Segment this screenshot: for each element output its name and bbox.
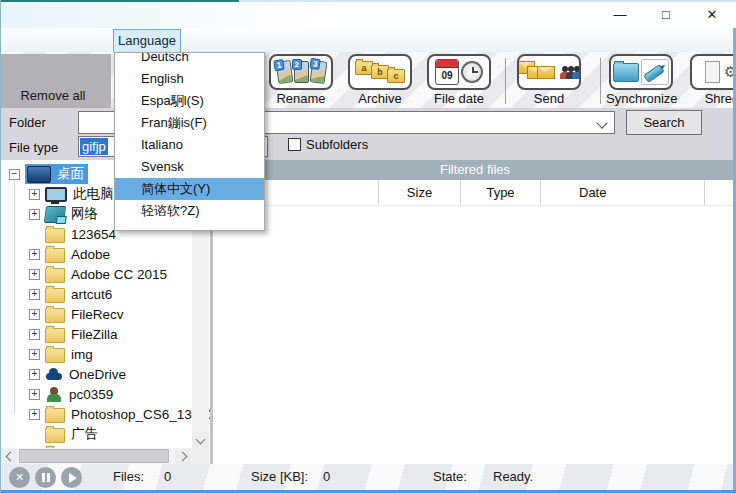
menu-item[interactable]: Italiano xyxy=(115,134,264,156)
filtered-files-header-bar: Filtered files > xyxy=(213,160,736,180)
expand-expander-icon[interactable]: + xyxy=(29,349,40,360)
shred-label: Shred xyxy=(687,91,736,106)
folder-icon xyxy=(45,228,65,243)
subfolders-checkbox[interactable] xyxy=(288,138,301,151)
menu-item[interactable]: Deutsch xyxy=(115,52,264,68)
tree-item[interactable]: +Adobe xyxy=(1,244,210,264)
desktop-icon xyxy=(27,166,51,183)
expand-expander-icon[interactable]: + xyxy=(29,249,40,260)
window-top-border xyxy=(1,0,239,2)
expand-expander-icon[interactable]: + xyxy=(29,309,40,320)
column-header-size[interactable]: Size xyxy=(379,180,461,205)
file-date-label: File date xyxy=(424,91,494,106)
remove-all-button[interactable]: Remove all xyxy=(1,54,111,108)
file-type-label: File type xyxy=(9,140,58,155)
menu-item[interactable]: Fran鏰is(F) xyxy=(115,112,264,134)
archive-abc-icon: a b c xyxy=(348,54,412,90)
tree-item-label: FileRecv xyxy=(71,307,124,322)
folder-icon xyxy=(45,408,65,423)
state-value: Ready. xyxy=(493,469,533,484)
tree-item[interactable]: +img xyxy=(1,344,210,364)
column-header-type[interactable]: Type xyxy=(461,180,541,205)
tree-item[interactable]: 广告 xyxy=(1,424,210,444)
folder-icon xyxy=(45,248,65,263)
chevron-down-icon[interactable] xyxy=(596,117,607,128)
toolbar-separator xyxy=(600,58,601,104)
menu-item[interactable]: Svensk xyxy=(115,156,264,178)
close-button[interactable]: ✕ xyxy=(689,2,735,26)
folder-icon xyxy=(45,328,65,343)
expand-expander-icon[interactable]: + xyxy=(29,269,40,280)
play-button[interactable] xyxy=(61,467,82,488)
tree-item[interactable]: +OneDrive xyxy=(1,364,210,384)
search-button[interactable]: Search xyxy=(626,110,702,135)
app-window: — □ ✕ Language Remove all 1 2 3 Rename a… xyxy=(0,0,736,493)
tree-item-label: OneDrive xyxy=(69,367,126,382)
menu-item[interactable]: Espa駉l(S) xyxy=(115,90,264,112)
synchronize-button[interactable]: Synchronize xyxy=(606,54,676,107)
expand-expander-icon[interactable]: + xyxy=(29,369,40,380)
files-label: Files: xyxy=(113,469,144,484)
menu-item[interactable]: 轻谘软?Z) xyxy=(115,200,264,222)
file-list-body[interactable] xyxy=(213,206,736,464)
filtered-files-panel: Filtered files > Name Size Type Date xyxy=(213,160,736,464)
tree-item[interactable]: +artcut6 xyxy=(1,284,210,304)
tree-item[interactable]: +FileZilla xyxy=(1,324,210,344)
column-header-filler xyxy=(705,180,736,205)
folder-marker-icon xyxy=(609,54,673,90)
pause-button[interactable] xyxy=(35,467,56,488)
user-icon xyxy=(45,387,63,402)
tree-item-label: Adobe CC 2015 xyxy=(71,267,167,282)
expand-expander-icon[interactable]: + xyxy=(29,189,40,200)
stop-button[interactable]: ✕ xyxy=(9,467,30,488)
expand-expander-icon[interactable]: + xyxy=(29,289,40,300)
expand-expander-icon[interactable]: + xyxy=(29,209,40,220)
expand-expander-icon[interactable]: + xyxy=(29,329,40,340)
tree-item-label: pc0359 xyxy=(69,387,113,402)
tree-item-label: Adobe xyxy=(71,247,110,262)
tree-item-label: FileZilla xyxy=(71,327,118,342)
file-date-button[interactable]: 09 File date xyxy=(424,54,494,107)
scroll-right-button[interactable] xyxy=(175,448,191,464)
scrollbar-thumb[interactable] xyxy=(19,449,169,463)
minimize-button[interactable]: — xyxy=(597,2,643,26)
menubar: Language xyxy=(1,28,736,52)
calendar-clock-icon: 09 xyxy=(427,54,491,90)
tree-item-label: Photoshop_CS6_13.0.0 xyxy=(71,407,210,422)
scroll-left-button[interactable] xyxy=(1,448,17,464)
column-header-date[interactable]: Date xyxy=(541,180,705,205)
rename-123-icon: 1 2 3 xyxy=(269,54,333,90)
folder-icon xyxy=(45,308,65,323)
file-type-selected-text: gifjp xyxy=(80,138,108,155)
shred-button[interactable]: ⚙⚙ Shred xyxy=(687,54,736,107)
collapse-expander-icon[interactable]: − xyxy=(9,169,20,180)
send-button[interactable]: Send xyxy=(514,54,584,107)
archive-button[interactable]: a b c Archive xyxy=(345,54,415,107)
size-kb-value: 0 xyxy=(323,469,330,484)
tree-item[interactable]: +Photoshop_CS6_13.0.0 xyxy=(1,404,210,424)
tree-item-label: 广告 xyxy=(71,425,98,443)
expand-expander-icon[interactable]: + xyxy=(29,389,40,400)
menu-item[interactable]: English xyxy=(115,68,264,90)
folder-icon xyxy=(45,288,65,303)
network-icon xyxy=(44,206,66,223)
tree-item[interactable]: +FileRecv xyxy=(1,304,210,324)
tree-horizontal-scrollbar[interactable] xyxy=(1,448,192,464)
send-mail-people-icon xyxy=(517,54,581,90)
maximize-button[interactable]: □ xyxy=(643,2,689,26)
tree-item-label: 此电脑 xyxy=(73,185,114,203)
scroll-down-button[interactable] xyxy=(192,432,209,448)
onedrive-icon xyxy=(45,367,63,382)
rename-button[interactable]: 1 2 3 Rename xyxy=(266,54,336,107)
size-kb-label: Size [KB]: xyxy=(251,469,308,484)
tree-item[interactable]: +Adobe CC 2015 xyxy=(1,264,210,284)
tree-item[interactable]: +pc0359 xyxy=(1,384,210,404)
expand-expander-icon[interactable]: + xyxy=(29,409,40,420)
state-label: State: xyxy=(433,469,467,484)
menu-item[interactable]: 简体中文(Y) xyxy=(115,178,264,200)
tree-item-label: artcut6 xyxy=(71,287,112,302)
window-top-border-light xyxy=(239,0,736,2)
folder-icon xyxy=(45,268,65,283)
menu-language[interactable]: Language xyxy=(113,29,181,52)
send-label: Send xyxy=(514,91,584,106)
